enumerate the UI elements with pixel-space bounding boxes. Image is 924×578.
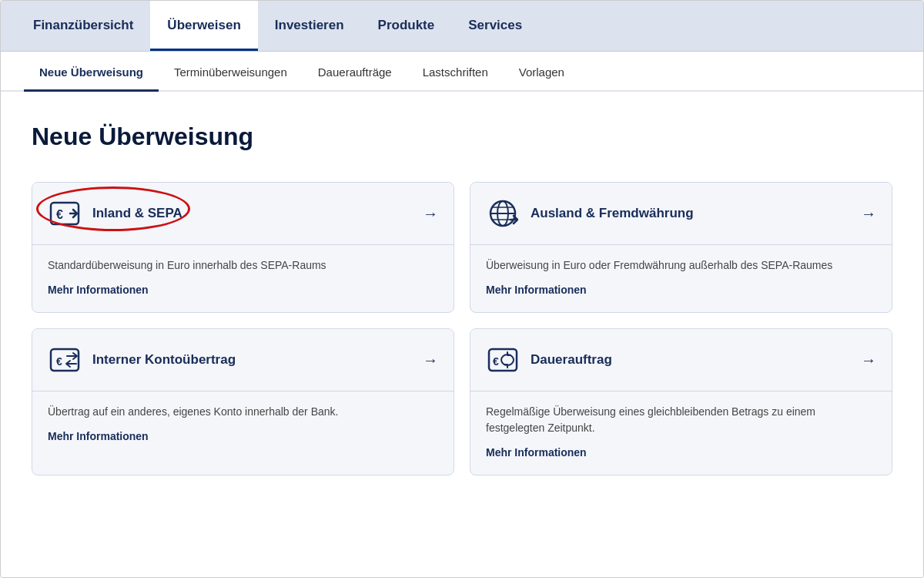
card-inland-sepa-title: Inland & SEPA	[92, 206, 182, 221]
subnav-neue-ueberweisung[interactable]: Neue Überweisung	[24, 53, 159, 92]
card-dauerauftrag-title: Dauerauftrag	[531, 352, 612, 368]
card-ausland-fremdwaehrung[interactable]: Ausland & Fremdwährung → Überweisung in …	[470, 182, 892, 313]
card-inland-sepa-link[interactable]: Mehr Informationen	[48, 284, 149, 296]
card-ausland-title: Ausland & Fremdwährung	[531, 206, 694, 221]
card-interner-body: Übertrag auf ein anderes, eigenes Konto …	[32, 391, 454, 459]
card-interner-header[interactable]: € Interner Kontoübertrag →	[32, 329, 454, 391]
card-inland-sepa-arrow: →	[423, 205, 438, 223]
cards-grid: € Inland & SEPA → Standardüberweisung in…	[32, 182, 892, 476]
svg-text:€: €	[493, 355, 499, 368]
card-dauerauftrag-link[interactable]: Mehr Informationen	[486, 446, 587, 459]
card-inland-sepa-body: Standardüberweisung in Euro innerhalb de…	[32, 245, 454, 312]
card-dauerauftrag-header[interactable]: € Dauerauftrag →	[470, 329, 892, 391]
card-dauerauftrag-body: Regelmäßige Überweisung eines gleichblei…	[470, 391, 892, 475]
browser-window: Finanzübersicht Überweisen Investieren P…	[0, 0, 924, 578]
subnav-dauerauftraege[interactable]: Daueraufträge	[303, 53, 407, 92]
card-ausland-header[interactable]: Ausland & Fremdwährung →	[470, 183, 892, 245]
top-nav: Finanzübersicht Überweisen Investieren P…	[1, 1, 923, 52]
card-interner-kontouebertrag[interactable]: € Interner Kontoübertrag → Übertrag auf …	[32, 328, 454, 476]
card-ausland-header-left: Ausland & Fremdwährung	[486, 197, 694, 230]
card-interner-description: Übertrag auf ein anderes, eigenes Konto …	[48, 404, 438, 420]
card-interner-title: Interner Kontoübertrag	[92, 352, 236, 368]
card-ausland-description: Überweisung in Euro oder Fremdwährung au…	[486, 257, 876, 274]
svg-text:€: €	[56, 208, 63, 221]
card-dauerauftrag-arrow: →	[861, 351, 876, 369]
sepa-icon: €	[48, 197, 82, 230]
card-interner-header-left: € Interner Kontoübertrag	[48, 343, 236, 377]
transfer-icon: €	[48, 343, 82, 377]
card-inland-sepa-header[interactable]: € Inland & SEPA →	[32, 183, 454, 245]
subnav-lastschriften[interactable]: Lastschriften	[407, 53, 504, 92]
nav-ueberweisen[interactable]: Überweisen	[150, 1, 257, 51]
subnav-terminueberweisungen[interactable]: Terminüberweisungen	[159, 53, 303, 92]
recurring-icon: €	[486, 343, 520, 377]
card-interner-link[interactable]: Mehr Informationen	[48, 430, 149, 442]
card-inland-sepa[interactable]: € Inland & SEPA → Standardüberweisung in…	[32, 182, 454, 313]
nav-produkte[interactable]: Produkte	[361, 1, 452, 51]
sub-nav: Neue Überweisung Terminüberweisungen Dau…	[1, 52, 923, 92]
svg-rect-9	[51, 349, 79, 371]
card-dauerauftrag-header-left: € Dauerauftrag	[486, 343, 612, 377]
card-dauerauftrag-description: Regelmäßige Überweisung eines gleichblei…	[486, 404, 876, 436]
card-ausland-arrow: →	[861, 205, 876, 223]
card-inland-sepa-description: Standardüberweisung in Euro innerhalb de…	[48, 257, 438, 274]
globe-icon	[486, 197, 520, 230]
card-inland-sepa-header-left: € Inland & SEPA	[48, 197, 182, 230]
nav-services[interactable]: Services	[451, 1, 539, 51]
svg-text:€: €	[56, 355, 62, 368]
page-title: Neue Überweisung	[32, 123, 892, 151]
subnav-vorlagen[interactable]: Vorlagen	[504, 53, 580, 92]
card-dauerauftrag[interactable]: € Dauerauftrag → Regelmäßige Überweisung…	[470, 328, 892, 476]
main-content: Neue Überweisung €	[1, 92, 923, 577]
nav-investieren[interactable]: Investieren	[258, 1, 361, 51]
nav-finanzuebersicht[interactable]: Finanzübersicht	[16, 1, 150, 51]
card-ausland-body: Überweisung in Euro oder Fremdwährung au…	[470, 245, 892, 312]
card-interner-arrow: →	[423, 351, 438, 369]
card-ausland-link[interactable]: Mehr Informationen	[486, 284, 587, 296]
